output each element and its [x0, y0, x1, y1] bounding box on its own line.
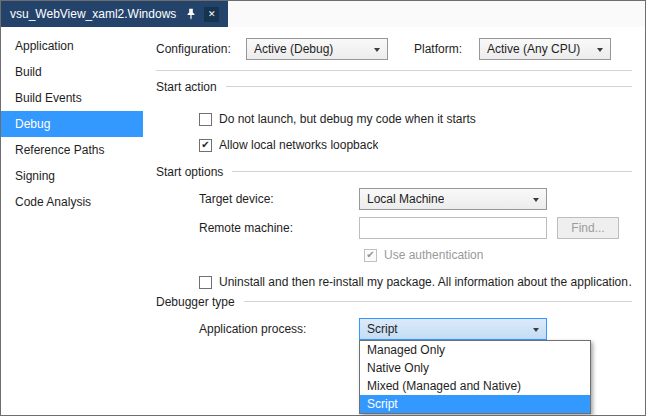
application-process-value: Script	[367, 322, 398, 336]
document-tab[interactable]: vsu_WebView_xaml2.Windows ✕	[1, 1, 228, 27]
project-properties-window: vsu_WebView_xaml2.Windows ✕ Application …	[0, 0, 646, 416]
platform-label: Platform:	[414, 38, 462, 60]
debugger-type-title: Debugger type	[156, 295, 235, 309]
document-tab-strip: vsu_WebView_xaml2.Windows ✕	[1, 1, 645, 27]
checkbox-label: Allow local networks loopback	[219, 138, 378, 152]
loopback-checkbox[interactable]: ✔ Allow local networks loopback	[199, 137, 632, 153]
list-item-managed-only[interactable]: Managed Only	[360, 341, 590, 359]
find-button[interactable]: Find...	[557, 217, 619, 239]
list-item-native-only[interactable]: Native Only	[360, 359, 590, 377]
chevron-down-icon	[533, 198, 539, 202]
remote-machine-label: Remote machine:	[199, 217, 293, 239]
sidebar-item-application[interactable]: Application	[1, 33, 143, 59]
platform-dropdown[interactable]: Active (Any CPU)	[479, 38, 611, 60]
checkbox-box	[199, 276, 212, 289]
configuration-value: Active (Debug)	[254, 42, 333, 56]
close-icon[interactable]: ✕	[204, 7, 219, 22]
configuration-label: Configuration:	[156, 38, 231, 60]
application-process-label: Application process:	[199, 318, 306, 340]
debugger-type-header: Debugger type	[156, 294, 632, 309]
checkbox-label: Do not launch, but debug my code when it…	[219, 112, 476, 126]
sidebar-item-reference-paths[interactable]: Reference Paths	[1, 137, 143, 163]
section-divider	[156, 70, 632, 71]
target-device-label: Target device:	[199, 188, 274, 210]
target-device-value: Local Machine	[367, 192, 444, 206]
list-item-mixed[interactable]: Mixed (Managed and Native)	[360, 377, 590, 395]
chevron-down-icon	[374, 48, 380, 52]
tab-title: vsu_WebView_xaml2.Windows	[10, 7, 176, 21]
application-process-dropdown[interactable]: Script	[359, 318, 547, 340]
start-action-header: Start action	[156, 79, 632, 94]
checkbox-box	[199, 113, 212, 126]
checkbox-label: Use authentication	[384, 248, 483, 262]
target-device-dropdown[interactable]: Local Machine	[359, 188, 547, 210]
header-rule	[244, 301, 632, 302]
header-rule	[232, 171, 632, 172]
debug-settings-page: Configuration: Active (Debug) Platform: …	[143, 27, 645, 415]
application-process-listbox: Managed Only Native Only Mixed (Managed …	[359, 340, 591, 414]
start-action-title: Start action	[156, 80, 217, 94]
configuration-dropdown[interactable]: Active (Debug)	[246, 38, 388, 60]
start-options-title: Start options	[156, 165, 223, 179]
platform-value: Active (Any CPU)	[487, 42, 580, 56]
sidebar-item-code-analysis[interactable]: Code Analysis	[1, 189, 143, 215]
sidebar-item-build[interactable]: Build	[1, 59, 143, 85]
no-launch-checkbox[interactable]: Do not launch, but debug my code when it…	[199, 111, 632, 127]
checkbox-box: ✔	[199, 139, 212, 152]
uninstall-reinstall-checkbox[interactable]: Uninstall and then re-install my package…	[199, 274, 632, 290]
sidebar-item-build-events[interactable]: Build Events	[1, 85, 143, 111]
sidebar-item-signing[interactable]: Signing	[1, 163, 143, 189]
start-options-header: Start options	[156, 164, 632, 179]
header-rule	[226, 86, 632, 87]
remote-machine-input[interactable]	[359, 217, 547, 239]
use-authentication-checkbox[interactable]: ✔ Use authentication	[364, 247, 632, 263]
checkbox-box: ✔	[364, 249, 377, 262]
sidebar-item-debug[interactable]: Debug	[1, 111, 143, 137]
list-item-script[interactable]: Script	[360, 395, 590, 413]
chevron-down-icon	[533, 328, 539, 332]
sidebar: Application Build Build Events Debug Ref…	[1, 27, 143, 415]
chevron-down-icon	[597, 48, 603, 52]
pin-icon[interactable]	[186, 8, 196, 20]
checkbox-label: Uninstall and then re-install my package…	[219, 275, 632, 289]
